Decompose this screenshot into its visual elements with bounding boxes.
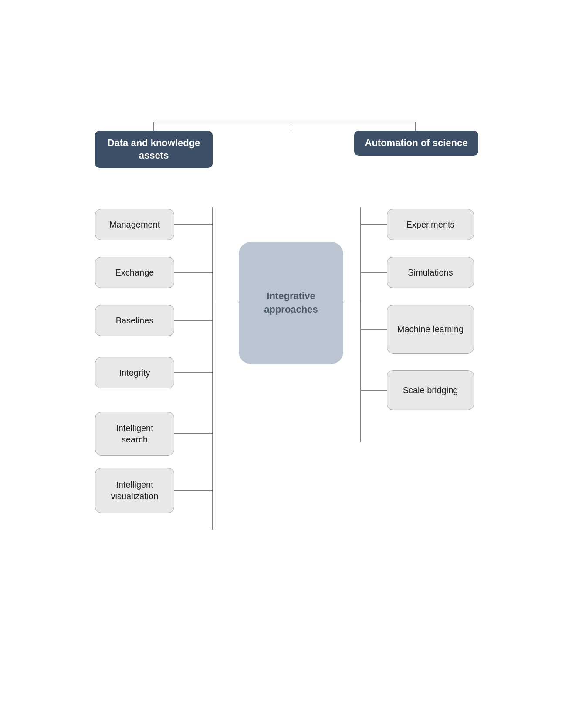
- right-item-machine-learning: Machine learning: [387, 305, 474, 354]
- left-item-integrity: Integrity: [95, 357, 174, 388]
- left-item-intelligent-search: Intelligent search: [95, 412, 174, 456]
- left-header: Data and knowledge assets: [95, 131, 213, 168]
- center-box: Integrative approaches: [239, 242, 343, 364]
- left-item-intelligent-visualization: Intelligent visualization: [95, 468, 174, 513]
- left-item-management: Management: [95, 209, 174, 240]
- left-item-baselines: Baselines: [95, 305, 174, 336]
- right-item-scale-bridging: Scale bridging: [387, 370, 474, 410]
- right-item-experiments: Experiments: [387, 209, 474, 240]
- left-item-exchange: Exchange: [95, 257, 174, 288]
- diagram-container: Data and knowledge assets Automation of …: [78, 59, 504, 669]
- right-header: Automation of science: [354, 131, 478, 156]
- right-item-simulations: Simulations: [387, 257, 474, 288]
